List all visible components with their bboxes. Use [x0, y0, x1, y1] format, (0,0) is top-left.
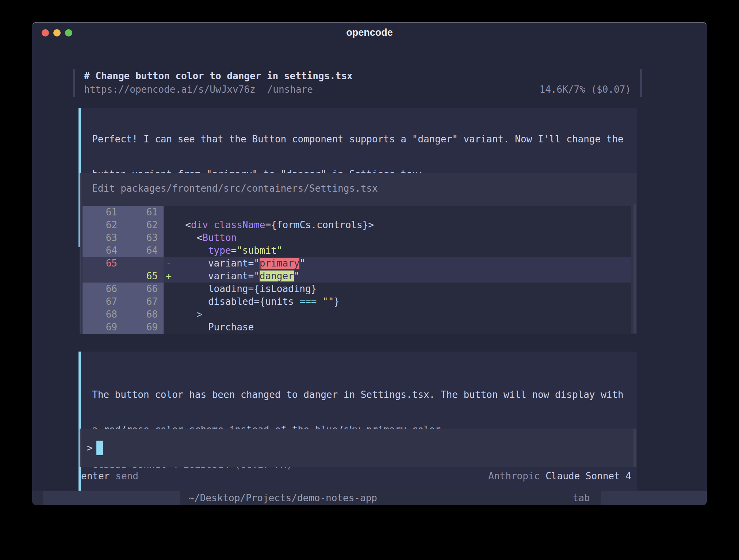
gutter-old-lineno: 61	[83, 206, 123, 219]
diff-rows: 61616262 <div className={formCs.controls…	[83, 206, 631, 334]
diff-row: 65+ variant="danger"	[83, 270, 631, 283]
code-token: "	[294, 271, 300, 281]
diff-sign	[164, 231, 174, 244]
session-header: # Change button color to danger in setti…	[73, 69, 642, 97]
prompt-left-rule	[80, 429, 81, 467]
gutter-new-lineno: 67	[123, 295, 164, 308]
gutter-new-lineno: 65	[123, 270, 164, 283]
working-directory: ~/Desktop/Projects/demo-notes-app	[188, 491, 377, 505]
diff-row: 6666 loading={isLoading}	[83, 283, 631, 295]
code-token: danger	[260, 271, 294, 281]
gutter-new-lineno: 66	[123, 283, 164, 295]
titlebar: opencode	[32, 23, 707, 43]
gutter-old-lineno: 63	[83, 231, 123, 244]
code-line: type="submit"	[174, 244, 631, 257]
code-token	[208, 219, 214, 230]
code-token: loading={isLoading}	[174, 283, 317, 294]
code-token: div	[191, 219, 208, 230]
diff-sign: -	[164, 257, 174, 270]
gutter-old-lineno: 66	[83, 283, 123, 295]
diff-sign	[164, 308, 174, 321]
diff-sign	[164, 295, 174, 308]
tab-key-hint[interactable]: tab	[573, 491, 590, 505]
code-line: disabled={units === ""}	[174, 295, 631, 308]
code-token: ===	[299, 296, 317, 307]
status-bar: opencode v0.3.11 ~/Desktop/Projects/demo…	[32, 491, 707, 505]
text-cursor	[96, 441, 103, 455]
code-token: "	[299, 258, 305, 269]
diff-row: 6969 Purchase	[83, 321, 631, 334]
session-title: # Change button color to danger in setti…	[84, 69, 631, 83]
edit-file-title: Edit packages/frontend/src/containers/Se…	[92, 182, 637, 195]
gutter-new-lineno: 62	[123, 219, 164, 231]
edit-scrollbar[interactable]	[633, 204, 636, 333]
code-token	[174, 245, 208, 256]
diff-sign	[164, 219, 174, 231]
code-token: >	[368, 219, 374, 230]
hint-row: enter send Anthropic Claude Sonnet 4	[81, 469, 637, 483]
code-token: className	[214, 219, 265, 230]
prompt-symbol: >	[87, 442, 93, 453]
edit-left-rule	[80, 173, 81, 334]
code-token: type	[208, 245, 231, 256]
diff-row: 6161	[83, 206, 631, 219]
gutter-old-lineno: 67	[83, 295, 123, 308]
gutter-new-lineno: 69	[123, 321, 164, 334]
gutter-old-lineno: 68	[83, 308, 123, 321]
code-token	[317, 296, 322, 307]
code-token: variant="	[174, 258, 260, 269]
message-text-line: The button color has been changed to dan…	[92, 388, 626, 401]
code-token: {formCs.controls}	[271, 219, 368, 230]
code-token: =	[231, 245, 237, 256]
app-version-chip: opencode v0.3.11	[43, 491, 180, 505]
gutter-new-lineno: 68	[123, 308, 164, 321]
code-token: <	[174, 232, 202, 243]
message-accent-bar	[79, 352, 81, 503]
gutter-old-lineno: 65	[83, 257, 123, 270]
provider-label: Anthropic	[488, 469, 540, 483]
code-line: >	[174, 308, 631, 321]
diff-row: 6262 <div className={formCs.controls}>	[83, 219, 631, 231]
statusbar-spacer	[377, 491, 573, 505]
edit-tool-block: Edit packages/frontend/src/containers/Se…	[80, 173, 637, 334]
model-label: Claude Sonnet 4	[545, 469, 631, 483]
code-line: <div className={formCs.controls}>	[174, 219, 631, 231]
code-token: primary	[260, 258, 300, 269]
gutter-old-lineno: 64	[83, 244, 123, 257]
header-right-rule	[640, 69, 642, 97]
gutter-old-lineno: 62	[83, 219, 123, 231]
code-line: <Button	[174, 231, 631, 244]
prompt-input[interactable]: >	[80, 429, 637, 467]
diff-sign	[164, 244, 174, 257]
gutter-new-lineno: 63	[123, 231, 164, 244]
mode-chip[interactable]: BUILD MODE	[601, 491, 707, 505]
diff-row: 6464 type="submit"	[83, 244, 631, 257]
gutter-old-lineno	[83, 270, 123, 283]
code-token: "submit"	[237, 245, 282, 256]
context-usage: 14.6K/7% ($0.07)	[540, 83, 631, 96]
code-token: =	[265, 219, 271, 230]
code-token: <	[174, 219, 191, 230]
gutter-new-lineno: 64	[123, 244, 164, 257]
diff-row: 6868 >	[83, 308, 631, 321]
diff-sign: +	[164, 270, 174, 283]
diff-row: 65- variant="primary"	[83, 257, 631, 270]
diff-sign	[164, 283, 174, 295]
diff-sign	[164, 321, 174, 334]
send-hint: send	[115, 469, 138, 483]
code-line	[174, 206, 631, 219]
unshare-command[interactable]: /unshare	[267, 83, 313, 96]
enter-key-hint: enter	[81, 469, 110, 483]
diff-sign	[164, 206, 174, 219]
code-token: variant="	[174, 271, 260, 281]
code-token: ""	[322, 296, 334, 307]
diff-row: 6767 disabled={units === ""}	[83, 295, 631, 308]
prompt-right-rule	[633, 429, 636, 467]
gutter-new-lineno: 61	[123, 206, 164, 219]
hint-spacer	[138, 469, 488, 483]
code-token: >	[197, 309, 203, 320]
message-text-line: Perfect! I can see that the Button compo…	[92, 133, 626, 146]
share-url[interactable]: https://opencode.ai/s/UwJxv76z	[84, 83, 256, 96]
gutter-new-lineno	[123, 257, 164, 270]
code-token: Purchase	[174, 322, 254, 333]
